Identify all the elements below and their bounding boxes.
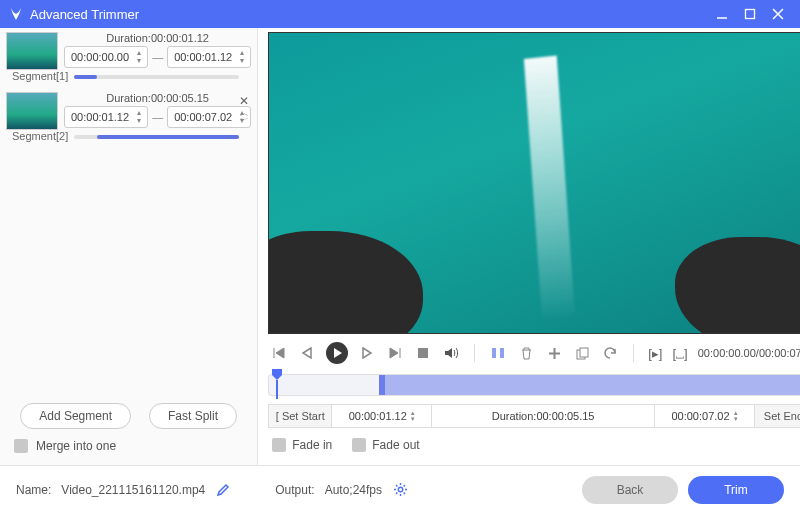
start-time-input[interactable]: 00:00:01.12▴▾ (332, 404, 432, 428)
copy-icon[interactable] (573, 344, 591, 362)
segment-label: Segment[2] (6, 130, 68, 142)
output-format: Auto;24fps (325, 483, 382, 497)
segment-2[interactable]: Duration:00:00:05.15 00:00:01.12▴▾ — 00:… (0, 88, 257, 130)
segment-label: Segment[1] (6, 70, 68, 82)
set-end-button[interactable]: Set End ] (755, 404, 800, 428)
skip-end-icon[interactable] (386, 344, 404, 362)
chevron-down-icon[interactable]: ▾ (236, 57, 248, 65)
segment-start-input[interactable]: 00:00:00.00▴▾ (64, 46, 148, 68)
segment-thumbnail (6, 32, 58, 70)
segment-end-input[interactable]: 00:00:01.12▴▾ (167, 46, 251, 68)
svg-point-10 (398, 487, 402, 491)
playhead[interactable] (271, 369, 283, 399)
maximize-button[interactable] (736, 4, 764, 24)
delete-icon[interactable] (517, 344, 535, 362)
undo-icon[interactable] (601, 344, 619, 362)
chevron-down-icon[interactable]: ▾ (133, 117, 145, 125)
stop-button[interactable] (414, 344, 432, 362)
segment-1[interactable]: Duration:00:00:01.12 00:00:00.00▴▾ — 00:… (0, 28, 257, 70)
titlebar: Advanced Trimmer (0, 0, 800, 28)
close-button[interactable] (764, 4, 792, 24)
range-separator: — (152, 111, 163, 123)
app-title: Advanced Trimmer (30, 7, 139, 22)
bottom-bar: Name: Video_221115161120.mp4 Output: Aut… (0, 465, 800, 513)
svg-rect-6 (500, 348, 504, 358)
merge-checkbox[interactable] (14, 439, 28, 453)
fade-in-label: Fade in (292, 438, 332, 452)
svg-rect-1 (746, 10, 755, 19)
timeline[interactable] (268, 374, 800, 396)
video-preview[interactable] (268, 32, 800, 334)
mark-out-icon[interactable]: [⎵] (672, 344, 687, 362)
segment-start-input[interactable]: 00:00:01.12▴▾ (64, 106, 148, 128)
edit-name-icon[interactable] (215, 482, 231, 498)
step-forward-icon[interactable] (358, 344, 376, 362)
output-name: Video_221115161120.mp4 (61, 483, 205, 497)
app-logo-icon (8, 6, 24, 22)
time-display: 00:00:00.00/00:00:07.02 (698, 347, 800, 359)
timeline-selection[interactable] (379, 375, 800, 395)
segment-mini-timeline[interactable] (74, 75, 239, 79)
split-icon[interactable] (489, 344, 507, 362)
segment-mini-timeline[interactable] (74, 135, 239, 139)
segment-thumbnail (6, 92, 58, 130)
add-icon[interactable] (545, 344, 563, 362)
end-time-input[interactable]: 00:00:07.02▴▾ (655, 404, 755, 428)
merge-label: Merge into one (36, 439, 116, 453)
add-segment-button[interactable]: Add Segment (20, 403, 131, 429)
skip-start-icon[interactable] (270, 344, 288, 362)
fast-split-button[interactable]: Fast Split (149, 403, 237, 429)
svg-rect-5 (492, 348, 496, 358)
name-label: Name: (16, 483, 51, 497)
reorder-segment-buttons[interactable]: ︿﹀ (237, 110, 251, 124)
segment-duration-label: Duration:00:00:01.12 (64, 32, 251, 44)
back-button[interactable]: Back (582, 476, 678, 504)
set-start-button[interactable]: [ Set Start (268, 404, 332, 428)
player-controls: [▸] [⎵] 00:00:00.00/00:00:07.02 (268, 334, 800, 372)
segment-duration-label: Duration:00:00:05.15 (64, 92, 251, 104)
output-settings-icon[interactable] (392, 482, 408, 498)
play-button[interactable] (326, 342, 348, 364)
output-label: Output: (275, 483, 314, 497)
chevron-down-icon[interactable]: ▾ (133, 57, 145, 65)
duration-display: Duration:00:00:05.15 (432, 404, 655, 428)
step-back-icon[interactable] (298, 344, 316, 362)
fade-in-checkbox[interactable] (272, 438, 286, 452)
trim-button[interactable]: Trim (688, 476, 784, 504)
range-separator: — (152, 51, 163, 63)
svg-rect-4 (418, 348, 428, 358)
minimize-button[interactable] (708, 4, 736, 24)
mark-in-icon[interactable]: [▸] (648, 344, 662, 362)
fade-out-checkbox[interactable] (352, 438, 366, 452)
preview-panel: [▸] [⎵] 00:00:00.00/00:00:07.02 [ Set St… (258, 28, 800, 465)
volume-icon[interactable] (442, 344, 460, 362)
svg-rect-8 (580, 348, 588, 357)
fade-out-label: Fade out (372, 438, 419, 452)
set-range-row: [ Set Start 00:00:01.12▴▾ Duration:00:00… (268, 404, 800, 428)
remove-segment-button[interactable]: ✕ (237, 94, 251, 108)
segments-panel: Duration:00:00:01.12 00:00:00.00▴▾ — 00:… (0, 28, 258, 465)
